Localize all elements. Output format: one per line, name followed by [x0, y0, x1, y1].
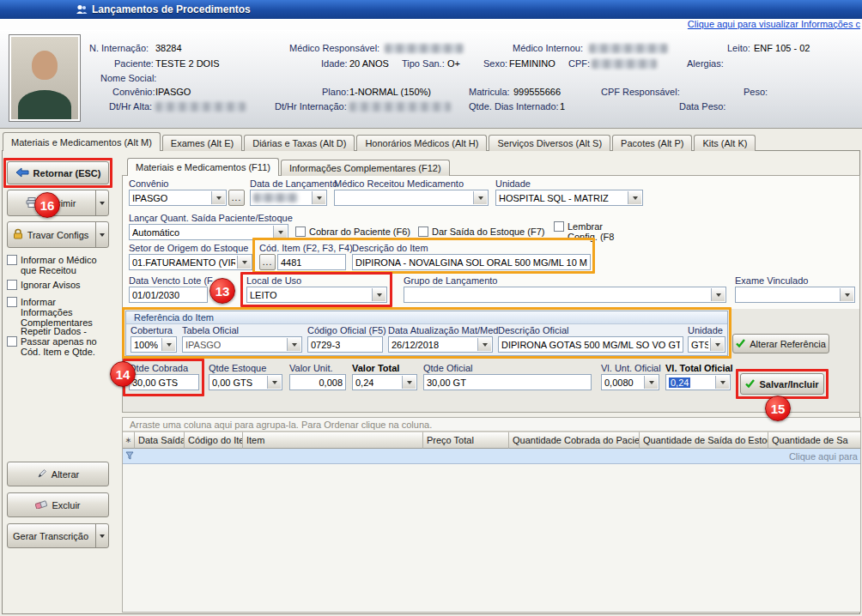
- data-peso-label: Data Peso:: [679, 101, 725, 112]
- grupo-lancamento-select[interactable]: [404, 287, 726, 303]
- tab-diarias-taxas[interactable]: Diárias e Taxas (Alt D): [244, 135, 355, 151]
- data-lancamento-redacted: [253, 193, 298, 202]
- qtde-dias-label: Qtde. Dias Internado:: [469, 101, 559, 112]
- vl-total-oficial-input[interactable]: 0,24: [665, 374, 731, 390]
- cod-item-browse-button[interactable]: ...: [259, 254, 276, 270]
- tab-pacotes[interactable]: Pacotes (Alt P): [612, 135, 692, 151]
- ignorar-avisos-checkbox[interactable]: Ignorar Avisos: [7, 280, 110, 290]
- selected-text: 0,24: [669, 377, 690, 388]
- tab-exames[interactable]: Exames (Alt E): [162, 135, 242, 151]
- tab-materiais-f11[interactable]: Materiais e Medicamentos (F11): [127, 158, 279, 176]
- cobrar-paciente-checkbox[interactable]: Cobrar do Paciente (F6): [295, 226, 410, 237]
- data-atualizacao-select[interactable]: 26/12/2018: [388, 336, 493, 353]
- column-header-qtd-saida[interactable]: Quantidade de Saída do Estoque: [640, 432, 768, 449]
- tab-informacoes-f12[interactable]: Informações Complementares (F12): [281, 160, 450, 176]
- column-header-preco-total[interactable]: Preço Total: [423, 432, 509, 449]
- cod-item-label: Cód. Item (F2, F3, F4): [259, 243, 353, 253]
- exame-vinculado-label: Exame Vinculado: [735, 275, 808, 286]
- medico-internou-redacted: [589, 44, 668, 53]
- plano-value: 1-NORMAL (150%): [349, 87, 431, 97]
- vl-unt-oficial-label: Vl. Unt. Oficial: [601, 363, 661, 373]
- column-header-qtd-sa[interactable]: Quantidade de Sa: [768, 432, 860, 449]
- medico-receitou-select[interactable]: [334, 190, 489, 206]
- main-tabstrip: Materiais e Medicamentos (Alt M) Exames …: [3, 132, 757, 151]
- column-header-data-saida[interactable]: Data Saída: [135, 432, 185, 449]
- tab-honorarios-medicos[interactable]: Honorários Médicos (Alt H): [356, 135, 487, 151]
- convenio-select[interactable]: IPASGO: [129, 190, 227, 206]
- valor-unit-label: Valor Unit.: [289, 363, 333, 373]
- items-grid: Arraste uma coluna aqui para agrupa-la. …: [122, 417, 861, 613]
- dt-hr-internacao-label: Dt/Hr Internação:: [275, 101, 347, 112]
- codigo-oficial-input[interactable]: 0729-3: [307, 336, 383, 353]
- peso-label: Peso:: [744, 87, 768, 97]
- qtde-cobrada-input[interactable]: 30,00 GTS: [129, 374, 199, 390]
- chevron-down-icon: [473, 191, 487, 204]
- dt-hr-alta-label: Dt/Hr Alta:: [109, 101, 152, 112]
- patient-photo-image: [11, 37, 78, 119]
- valor-unit-input[interactable]: 0,008: [289, 374, 346, 390]
- column-header-qtd-cobrada[interactable]: Quantidade Cobrada do Paciente: [509, 432, 640, 449]
- tabela-oficial-select[interactable]: IPASGO: [182, 336, 302, 353]
- descricao-oficial-input[interactable]: DIPIRONA GOTAS 500 MG/ML SO VO GT: [498, 336, 683, 353]
- local-uso-select[interactable]: LEITO: [246, 287, 387, 303]
- cobertura-label: Cobertura: [131, 325, 173, 335]
- dar-saida-checkbox[interactable]: Dar Saída do Estoque (F7): [418, 226, 544, 237]
- local-uso-label: Local de Uso: [246, 275, 301, 286]
- tab-materiais-medicamentos[interactable]: Materiais e Medicamentos (Alt M): [3, 132, 161, 151]
- retornar-button[interactable]: Retornar (ESC): [7, 161, 109, 184]
- tab-kits[interactable]: Kits (Alt K): [694, 135, 756, 151]
- unidade-oficial-select[interactable]: GTS: [688, 336, 725, 353]
- travar-configs-button[interactable]: Travar Configs: [7, 221, 109, 248]
- cod-item-input[interactable]: 4481: [277, 254, 346, 270]
- lancar-quant-select[interactable]: Automático: [129, 224, 288, 240]
- convenio-browse-button[interactable]: ...: [228, 190, 245, 206]
- imprimir-dropdown-arrow[interactable]: [95, 190, 108, 215]
- grid-new-item-row[interactable]: Clique aqui para: [123, 449, 860, 464]
- gerar-dropdown-arrow[interactable]: [95, 524, 108, 547]
- medico-receitou-label: Médico Receitou Medicamento: [334, 178, 464, 189]
- vl-unt-oficial-select[interactable]: 0,0080: [601, 374, 659, 390]
- tab-servicos-diversos[interactable]: Serviços Diversos (Alt S): [489, 135, 610, 151]
- data-vencto-input[interactable]: 01/01/2030: [129, 287, 208, 303]
- chevron-down-icon: [161, 338, 175, 351]
- valor-total-select[interactable]: 0,24: [352, 374, 417, 390]
- dt-hr-alta-redacted: [155, 102, 246, 112]
- data-lancamento-select[interactable]: [250, 190, 327, 206]
- checkbox-label: Informar Informações Complementares: [21, 297, 110, 328]
- column-header-codigo-item[interactable]: Código do Item: [185, 432, 243, 449]
- qtde-oficial-input[interactable]: 30,00 GT: [423, 374, 592, 390]
- cobertura-select[interactable]: 100%: [131, 336, 177, 353]
- setor-origem-select[interactable]: 01.FATURAMENTO (VIR: [129, 254, 252, 270]
- unidade-select[interactable]: HOSPITAL SQL - MATRIZ: [495, 190, 643, 206]
- medico-responsavel-redacted: [385, 44, 464, 53]
- idade-label: Idade:: [321, 58, 348, 69]
- informar-informacoes-checkbox[interactable]: Informar Informações Complementares: [7, 297, 110, 328]
- descricao-item-input[interactable]: DIPIRONA - NOVALGINA SOL ORAL 500 MG/ML …: [352, 254, 591, 270]
- repetir-dados-checkbox[interactable]: Repetir Dados - Passar apenas no Cód. It…: [7, 326, 112, 357]
- lembrar-config-checkbox[interactable]: Lembrar Config. (F8: [554, 221, 626, 242]
- cpf-redacted: [592, 59, 657, 69]
- checkbox-box: [7, 280, 17, 290]
- salvar-incluir-button[interactable]: Salvar/Incluir: [740, 373, 824, 395]
- excluir-button[interactable]: Excluir: [7, 492, 109, 517]
- annotation-badge-16: 16: [34, 192, 60, 218]
- chevron-down-icon: [267, 376, 281, 389]
- sexo-value: FEMININO: [509, 58, 555, 69]
- column-header-item[interactable]: Item: [243, 432, 423, 449]
- alterar-button[interactable]: Alterar: [7, 462, 109, 486]
- travar-dropdown-arrow[interactable]: [95, 222, 108, 247]
- valor-total-label: Valor Total: [352, 363, 399, 373]
- alterar-referencia-button[interactable]: Alterar Referência: [732, 334, 829, 353]
- lock-icon: [13, 228, 23, 241]
- exame-vinculado-select[interactable]: [735, 287, 855, 303]
- checkbox-label: Dar Saída do Estoque (F7): [432, 226, 544, 237]
- chevron-down-icon: [402, 376, 416, 389]
- tipo-san-value: O+: [447, 58, 460, 69]
- informar-medico-checkbox[interactable]: Informar o Médico que Receitou: [7, 255, 110, 275]
- qtde-estoque-select[interactable]: 0,00 GTS: [209, 374, 282, 390]
- codigo-oficial-label: Código Oficial (F5): [307, 325, 386, 335]
- visualizar-informacoes-link[interactable]: Clique aqui para visualizar Informações …: [688, 19, 860, 29]
- chevron-down-icon: [715, 376, 729, 389]
- gerar-transcricao-button[interactable]: Gerar Transcrição: [7, 523, 109, 548]
- alergias-label: Alergias:: [687, 58, 724, 69]
